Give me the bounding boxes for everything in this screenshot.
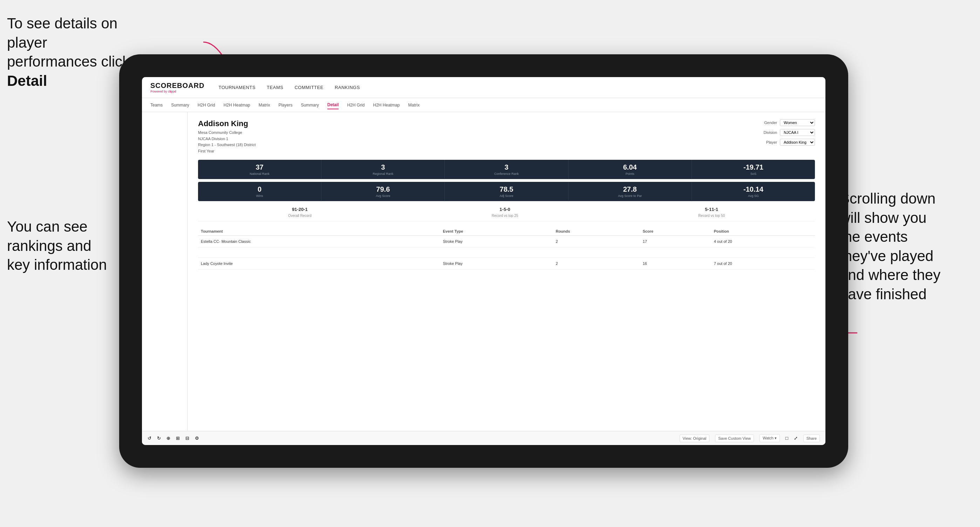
subnav-summary2[interactable]: Summary (301, 101, 318, 109)
player-select[interactable]: Addison King (780, 139, 815, 146)
tablet-screen: SCOREBOARD Powered by clippd TOURNAMENTS… (142, 77, 826, 445)
fullscreen-icon[interactable]: ⤢ (794, 435, 798, 441)
subnav-matrix[interactable]: Matrix (259, 101, 270, 109)
subnav-h2h-grid2[interactable]: H2H Grid (347, 101, 364, 109)
subnav-h2h-grid[interactable]: H2H Grid (198, 101, 215, 109)
annotation-right-4: they've played (840, 248, 933, 264)
annotation-text-2: rankings and (7, 238, 91, 254)
stat-value-sos: -19.71 (695, 163, 812, 171)
stat-value-wins: 0 (201, 185, 318, 194)
powered-by: Powered by clippd (150, 90, 204, 93)
player-label: Player (766, 140, 777, 144)
player-header: Addison King Mesa Community College NJCA… (198, 119, 815, 154)
watch-btn[interactable]: Watch ▾ (759, 434, 780, 442)
player-control: Player Addison King (766, 139, 815, 146)
content-area[interactable]: Addison King Mesa Community College NJCA… (188, 112, 826, 431)
stats-row-1: 37 National Rank 3 Regional Rank 3 Confe… (198, 160, 815, 179)
cell-position-1: 4 out of 20 (711, 236, 815, 248)
top50-record-value: 5-11-1 (698, 207, 725, 212)
stat-value-national: 37 (201, 163, 318, 171)
app-header: SCOREBOARD Powered by clippd TOURNAMENTS… (142, 77, 826, 98)
undo-icon[interactable]: ↺ (148, 435, 151, 441)
annotation-right-6: have finished (840, 286, 927, 302)
subnav-players[interactable]: Players (278, 101, 292, 109)
subnav-teams[interactable]: Teams (150, 101, 162, 109)
table-row: Estella CC- Mountain Classic Stroke Play… (198, 236, 815, 248)
annotation-right-5: and where they (840, 267, 940, 283)
annotation-right-3: the events (840, 229, 908, 245)
main-content: Addison King Mesa Community College NJCA… (142, 112, 826, 431)
share-btn[interactable]: Share (803, 435, 820, 442)
save-custom-view-btn[interactable]: Save Custom View (715, 435, 754, 442)
nav-committee[interactable]: COMMITTEE (294, 83, 323, 92)
table-row (198, 248, 815, 258)
cell-rounds-3: 2 (553, 258, 640, 270)
zoom-fit-icon[interactable]: ⊕ (167, 435, 170, 441)
player-college: Mesa Community College (198, 130, 256, 136)
stat-label-points: Points (571, 172, 689, 176)
subnav-h2h-heatmap2[interactable]: H2H Heatmap (373, 101, 399, 109)
gender-control: Gender Women (764, 119, 815, 126)
bottom-toolbar: ↺ ↻ ⊕ ⊞ ⊟ ⚙ View: Original Save Custom V… (142, 431, 826, 445)
record-top50: 5-11-1 Record vs top 50 (698, 207, 725, 218)
tournament-table: Tournament Event Type Rounds Score Posit… (198, 227, 815, 270)
stat-label-sos: SoS (695, 172, 812, 176)
stat-value-conference: 3 (448, 163, 565, 171)
sub-navigation: Teams Summary H2H Grid H2H Heatmap Matri… (142, 98, 826, 112)
stat-national-rank: 37 National Rank (198, 160, 321, 179)
overall-record-label: Overall Record (288, 214, 312, 217)
stat-label-avg-score: Avg Score (324, 194, 442, 198)
records-row: 91-20-1 Overall Record 1-5-0 Record vs t… (198, 204, 815, 221)
zoom-out-icon[interactable]: ⊟ (185, 435, 189, 441)
device-icon[interactable]: □ (786, 435, 788, 441)
subnav-detail[interactable]: Detail (328, 101, 339, 110)
stat-label-avg-sg: Avg SG (695, 194, 812, 198)
top50-record-label: Record vs top 50 (698, 214, 725, 217)
stat-avg-sg: -10.14 Avg SG (692, 182, 815, 201)
division-select[interactable]: NJCAA I (780, 129, 815, 136)
nav-tournaments[interactable]: TOURNAMENTS (218, 83, 256, 92)
player-region: Region 1 - Southwest (18) District (198, 142, 256, 148)
col-score: Score (640, 227, 711, 236)
subnav-matrix2[interactable]: Matrix (408, 101, 420, 109)
nav-teams[interactable]: TEAMS (267, 83, 283, 92)
subnav-summary[interactable]: Summary (171, 101, 189, 109)
col-tournament: Tournament (198, 227, 440, 236)
annotation-text-3: key information (7, 257, 107, 273)
annotation-right-2: will show you (840, 210, 926, 226)
col-rounds: Rounds (553, 227, 640, 236)
cell-score-1: 17 (640, 236, 711, 248)
nav-rankings[interactable]: RANKINGS (335, 83, 360, 92)
left-sidebar (142, 112, 188, 431)
gender-select[interactable]: Women (780, 119, 815, 126)
col-position: Position (711, 227, 815, 236)
player-name: Addison King (198, 119, 256, 128)
cell-event-type-1: Stroke Play (440, 236, 553, 248)
stat-wins: 0 Wins (198, 182, 321, 201)
top25-record-value: 1-5-0 (492, 207, 519, 212)
stat-adj-score: 78.5 Adj Score (445, 182, 568, 201)
stat-avg-score: 79.6 Avg Score (321, 182, 445, 201)
redo-icon[interactable]: ↻ (157, 435, 161, 441)
stat-label-adj-score: Adj Score (448, 194, 565, 198)
zoom-in-icon[interactable]: ⊞ (176, 435, 180, 441)
player-controls: Gender Women Division NJCAA I (764, 119, 815, 154)
stat-label-wins: Wins (201, 194, 318, 198)
main-navigation: TOURNAMENTS TEAMS COMMITTEE RANKINGS (218, 83, 360, 92)
col-event-type: Event Type (440, 227, 553, 236)
subnav-h2h-heatmap[interactable]: H2H Heatmap (224, 101, 250, 109)
settings-icon[interactable]: ⚙ (195, 435, 199, 441)
stat-label-avg-score-par: Avg Score to Par (571, 194, 689, 198)
overall-record-value: 91-20-1 (288, 207, 312, 212)
top25-record-label: Record vs top 25 (492, 214, 519, 217)
cell-position-3: 7 out of 20 (711, 258, 815, 270)
division-control: Division NJCAA I (764, 129, 815, 136)
stat-label-conference: Conference Rank (448, 172, 565, 176)
stat-conference-rank: 3 Conference Rank (445, 160, 568, 179)
cell-tournament-1: Estella CC- Mountain Classic (198, 236, 440, 248)
stat-label-regional: Regional Rank (324, 172, 442, 176)
division-label: Division (764, 130, 777, 135)
view-original-btn[interactable]: View: Original (679, 435, 710, 442)
tablet-device: SCOREBOARD Powered by clippd TOURNAMENTS… (119, 54, 848, 468)
annotation-bold: Detail (7, 73, 47, 89)
